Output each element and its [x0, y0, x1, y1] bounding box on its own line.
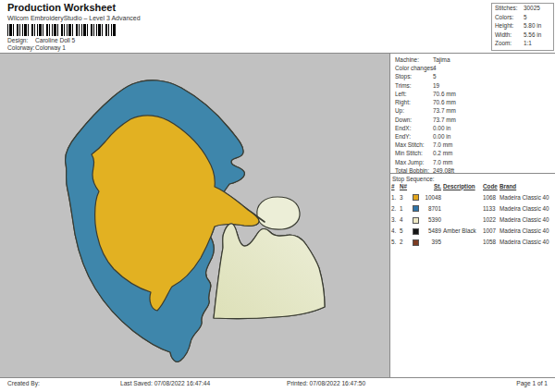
col-code: Code	[483, 183, 500, 190]
stat-zoom: Zoom:1:1	[492, 39, 553, 48]
barcode-image	[7, 24, 117, 36]
stop-sequence-row: 5.23951058Madeira Classic 40	[391, 239, 554, 250]
stat-colors: Colors:5	[492, 13, 553, 22]
machine-info-row: Up:73.7 mm	[390, 106, 555, 115]
thread-color-chip	[413, 217, 419, 224]
machine-info-row: Max Stitch:7.0 mm	[390, 141, 555, 149]
machine-info-row: Stops:5	[390, 72, 555, 80]
machine-info-row: Min Stitch:0.2 mm	[390, 149, 555, 157]
col-num: #	[391, 183, 400, 190]
thread-color-chip	[413, 239, 419, 246]
thread-color-chip	[413, 205, 419, 212]
design-preview-canvas	[0, 54, 389, 377]
machine-info-row: Machine:Tajima	[390, 55, 555, 64]
stop-sequence-table: # N# St. Description Code Brand 1.310048…	[391, 183, 554, 251]
machine-info-row: Right:70.6 mm	[390, 98, 555, 106]
stop-sequence-row: 1.3100481068Madeira Classic 40	[391, 194, 554, 205]
stitch-texture-cream	[214, 224, 325, 319]
col-st: St.	[424, 183, 443, 190]
stop-sequence-section: Stop Sequence: # N# St. Description Code…	[390, 173, 555, 251]
machine-info-row: Trims:19	[390, 81, 555, 90]
machine-info-panel: Machine:Tajima Color changes:4 Stops:5 T…	[389, 54, 555, 377]
colorway-value: Colorway 1	[35, 44, 66, 51]
page-number: Page 1 of 1	[516, 380, 548, 386]
machine-info-row: Max Jump:7.0 mm	[390, 158, 555, 166]
design-stats-box: Stitches:30025 Colors:5 Height:5.80 in W…	[491, 3, 554, 51]
worksheet-footer: Created By: Last Saved: 07/08/2022 16:47…	[0, 377, 555, 392]
design-row: Design:Caroline Doll 5	[7, 37, 75, 43]
created-by-label: Created By:	[7, 380, 40, 386]
colorway-row: Colorway:Colorway 1	[7, 44, 66, 51]
machine-info-row: Down:73.7 mm	[390, 116, 555, 124]
stop-sequence-row: 4.55489Amber Black1007Madeira Classic 40	[391, 227, 554, 239]
last-saved-label: Last Saved: 07/08/2022 16:47:44	[120, 380, 210, 386]
colorway-label: Colorway:	[7, 44, 35, 51]
machine-info-row: Left:70.6 mm	[390, 90, 555, 98]
thread-color-chip	[413, 228, 419, 235]
printed-label: Printed: 07/08/2022 16:47:50	[287, 380, 365, 386]
machine-info-row: EndX:0.00 in	[390, 124, 555, 132]
stat-height: Height:5.80 in	[492, 21, 553, 31]
col-needle: N#	[400, 183, 413, 190]
col-brand: Brand	[500, 183, 554, 190]
machine-info-list: Machine:Tajima Color changes:4 Stops:5 T…	[390, 55, 555, 175]
stat-width: Width:5.56 in	[492, 31, 553, 40]
stop-sequence-header: # N# St. Description Code Brand	[391, 183, 554, 194]
app-subtitle: Wilcom EmbroideryStudio – Level 3 Advanc…	[7, 15, 141, 21]
crown-dome	[257, 197, 300, 229]
thread-color-chip	[413, 194, 419, 201]
stop-sequence-row: 2.187011133Madeira Classic 40	[391, 205, 554, 216]
machine-info-row: EndY:0.00 in	[390, 132, 555, 141]
stat-stitches: Stitches:30025	[492, 4, 553, 13]
stop-sequence-title: Stop Sequence:	[392, 176, 555, 182]
stop-sequence-row: 3.453901022Madeira Classic 40	[391, 216, 554, 227]
col-description: Description	[443, 183, 483, 190]
design-label: Design:	[7, 37, 35, 43]
design-value: Caroline Doll 5	[35, 37, 75, 43]
page-title: Production Worksheet	[7, 2, 116, 13]
embroidery-design	[0, 54, 389, 377]
worksheet-header: Production Worksheet Wilcom EmbroiderySt…	[0, 0, 555, 54]
machine-info-row: Color changes:4	[390, 64, 555, 72]
